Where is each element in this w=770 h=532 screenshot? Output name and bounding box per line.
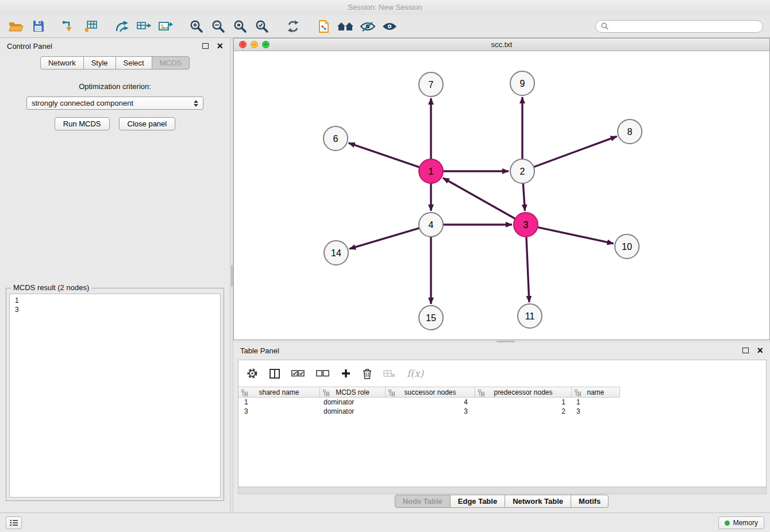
tab-network-table[interactable]: Network Table xyxy=(505,495,571,508)
tab-edge-table[interactable]: Edge Table xyxy=(450,495,505,508)
export-document-icon[interactable] xyxy=(315,17,333,36)
graph-node[interactable]: 15 xyxy=(419,306,443,330)
tab-style[interactable]: Style xyxy=(83,56,116,70)
close-panel-button[interactable]: Close panel xyxy=(119,117,176,130)
maximize-window-icon[interactable]: + xyxy=(262,41,270,48)
refresh-view-icon[interactable] xyxy=(284,17,302,36)
open-session-icon[interactable] xyxy=(7,17,25,36)
graph-node[interactable]: 6 xyxy=(324,126,348,151)
unselect-all-icon[interactable] xyxy=(316,369,329,377)
graph-node[interactable]: 9 xyxy=(510,71,534,95)
table-cell[interactable]: 4 xyxy=(386,398,475,406)
table-row[interactable]: 3 dominator 3 2 3 xyxy=(238,407,766,416)
table-cell[interactable]: 1 xyxy=(238,398,320,406)
column-header-name[interactable]: name xyxy=(572,387,620,397)
task-history-button[interactable] xyxy=(6,516,22,529)
graph-node-label: 10 xyxy=(622,242,632,252)
graph-edge[interactable] xyxy=(349,143,421,168)
graph-node-label: 4 xyxy=(429,220,434,230)
criterion-dropdown[interactable]: strongly connected component xyxy=(26,97,203,110)
export-table-icon[interactable] xyxy=(134,17,153,36)
network-graph[interactable]: 7968124310141511 xyxy=(234,51,769,340)
graph-node[interactable]: 1 xyxy=(419,159,443,183)
horizontal-scrollbar[interactable] xyxy=(238,487,767,494)
graph-node[interactable]: 2 xyxy=(510,159,534,183)
save-session-icon[interactable] xyxy=(29,17,47,36)
close-panel-icon[interactable]: × xyxy=(217,42,223,50)
graph-node[interactable]: 4 xyxy=(419,213,443,237)
zoom-in-icon[interactable] xyxy=(187,17,206,36)
table-cell[interactable]: 1 xyxy=(572,398,620,406)
toolbar-search[interactable] xyxy=(595,20,763,33)
column-header-shared-name[interactable]: shared name xyxy=(238,387,320,397)
home-icon[interactable] xyxy=(337,17,355,36)
table-panel: Table Panel × xyxy=(233,342,770,512)
tab-motifs[interactable]: Motifs xyxy=(571,495,609,508)
select-all-icon[interactable] xyxy=(291,369,305,377)
column-header-predecessor-nodes[interactable]: predecessor nodes xyxy=(475,387,572,397)
mcds-result-group: MCDS result (2 nodes) 1 3 xyxy=(6,288,224,501)
import-network-icon[interactable] xyxy=(60,17,78,36)
new-network-icon[interactable] xyxy=(113,17,131,36)
graph-edge[interactable] xyxy=(443,178,517,219)
splitter-grip[interactable] xyxy=(231,265,233,287)
result-line: 3 xyxy=(15,305,215,314)
style-preview-icon[interactable] xyxy=(359,17,377,36)
float-panel-icon[interactable] xyxy=(202,43,209,49)
tab-network[interactable]: Network xyxy=(40,56,84,70)
table-cell[interactable]: dominator xyxy=(320,398,386,406)
tab-mcds[interactable]: MCDS xyxy=(152,56,190,70)
graph-edge[interactable] xyxy=(349,228,421,249)
function-builder-icon: f(x) xyxy=(407,368,424,379)
graph-node[interactable]: 8 xyxy=(618,119,642,144)
graph-node[interactable]: 10 xyxy=(615,234,639,259)
show-columns-icon[interactable] xyxy=(270,369,280,379)
zoom-fit-icon[interactable] xyxy=(231,17,249,36)
attribute-icon xyxy=(323,390,329,396)
tab-node-table[interactable]: Node Table xyxy=(395,495,451,508)
tab-select[interactable]: Select xyxy=(116,56,152,70)
attribute-icon xyxy=(241,390,248,396)
table-panel-title: Table Panel xyxy=(240,346,279,355)
close-window-icon[interactable]: × xyxy=(239,41,247,48)
graph-node[interactable]: 14 xyxy=(324,241,348,265)
table-cell[interactable]: 3 xyxy=(386,407,475,415)
minimize-window-icon[interactable]: − xyxy=(251,41,258,48)
table-cell[interactable]: 1 xyxy=(475,398,572,406)
close-panel-icon[interactable]: × xyxy=(757,346,763,354)
table-settings-gear-icon[interactable] xyxy=(247,368,258,379)
float-panel-icon[interactable] xyxy=(742,348,749,353)
show-details-icon[interactable] xyxy=(380,17,399,36)
table-cell[interactable]: 2 xyxy=(475,407,572,415)
add-column-icon[interactable] xyxy=(341,368,351,379)
graph-edge[interactable] xyxy=(523,182,525,211)
graph-node-label: 11 xyxy=(525,311,535,321)
criterion-value: strongly connected component xyxy=(32,99,133,107)
graph-edge[interactable] xyxy=(536,227,614,244)
zoom-selected-icon[interactable] xyxy=(253,17,271,36)
memory-button[interactable]: Memory xyxy=(718,516,764,529)
export-image-icon[interactable] xyxy=(156,17,175,36)
graph-edge[interactable] xyxy=(532,136,617,167)
graph-node[interactable]: 7 xyxy=(419,72,443,97)
table-header-row: shared name MCDS role successor nodes pr… xyxy=(238,387,620,398)
column-header-successor-nodes[interactable]: successor nodes xyxy=(386,387,475,397)
delete-column-trash-icon[interactable] xyxy=(363,368,372,379)
graph-edge[interactable] xyxy=(526,235,529,302)
table-cell[interactable]: 3 xyxy=(238,407,320,415)
zoom-out-icon[interactable] xyxy=(209,17,228,36)
search-input[interactable] xyxy=(612,22,757,30)
control-panel: Control Panel × Network Style Select MCD… xyxy=(0,38,230,512)
control-panel-title: Control Panel xyxy=(7,42,52,51)
mcds-result-title: MCDS result (2 nodes) xyxy=(11,283,91,292)
run-mcds-button[interactable]: Run MCDS xyxy=(55,117,110,130)
network-view-window: × − + scc.txt 7968124310141511 xyxy=(233,38,770,340)
graph-node[interactable]: 3 xyxy=(514,213,538,237)
column-header-mcds-role[interactable]: MCDS role xyxy=(320,387,386,397)
table-cell[interactable]: dominator xyxy=(320,407,386,415)
network-canvas[interactable]: 7968124310141511 xyxy=(234,51,769,340)
graph-node[interactable]: 11 xyxy=(518,304,542,328)
table-row[interactable]: 1 dominator 4 1 1 xyxy=(238,398,766,407)
table-cell[interactable]: 3 xyxy=(572,407,620,415)
import-table-icon[interactable] xyxy=(82,17,100,36)
